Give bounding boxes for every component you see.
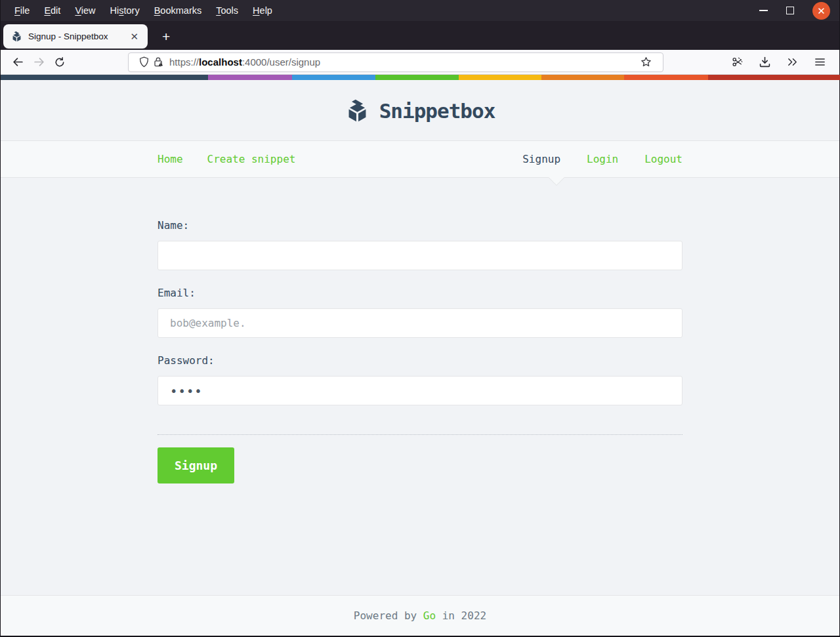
nav-login-link[interactable]: Login bbox=[587, 153, 618, 165]
password-label: Password: bbox=[158, 354, 682, 367]
menu-tools[interactable]: Tools bbox=[209, 3, 245, 18]
footer-text: Powered by Go in 2022 bbox=[354, 609, 486, 622]
url-bar[interactable]: https://localhost:4000/user/signup bbox=[128, 52, 663, 72]
theme-stripe bbox=[1, 75, 839, 80]
back-button[interactable] bbox=[7, 53, 28, 72]
hamburger-menu-icon[interactable] bbox=[809, 53, 830, 72]
name-label: Name: bbox=[158, 219, 682, 232]
password-input[interactable] bbox=[158, 376, 682, 405]
email-input[interactable] bbox=[158, 308, 682, 338]
footer-go-link[interactable]: Go bbox=[423, 609, 436, 622]
site-nav: Home Create snippet Signup Login Logout bbox=[1, 140, 839, 178]
connection-security-lock-icon[interactable] bbox=[153, 56, 164, 68]
tab-favicon-box-icon bbox=[11, 31, 22, 42]
tab-signup-snippetbox[interactable]: Signup - Snippetbox ✕ bbox=[3, 24, 148, 49]
close-window-button[interactable]: ✕ bbox=[812, 2, 830, 20]
url-text[interactable]: https://localhost:4000/user/signup bbox=[169, 56, 635, 68]
menu-file[interactable]: File bbox=[7, 3, 37, 18]
form-divider bbox=[158, 434, 682, 435]
signup-form-section: Name: Email: Password: Signup bbox=[1, 178, 839, 595]
tab-bar: Signup - Snippetbox ✕ + bbox=[1, 21, 839, 50]
downloads-icon[interactable] bbox=[754, 53, 775, 72]
new-tab-button[interactable]: + bbox=[157, 29, 175, 45]
reload-button[interactable] bbox=[49, 53, 70, 72]
signup-submit-button[interactable]: Signup bbox=[158, 447, 234, 483]
tracking-protection-shield-icon[interactable] bbox=[139, 56, 149, 68]
maximize-button[interactable] bbox=[786, 7, 794, 14]
snippetbox-logo-box-icon bbox=[345, 98, 369, 123]
nav-create-snippet-link[interactable]: Create snippet bbox=[207, 153, 296, 165]
name-input[interactable] bbox=[158, 241, 682, 270]
forward-button[interactable] bbox=[28, 53, 49, 72]
menu-history[interactable]: History bbox=[103, 3, 147, 18]
page-viewport: Snippetbox Home Create snippet Signup Lo… bbox=[1, 80, 839, 636]
window-controls: ✕ bbox=[759, 2, 839, 20]
navigation-toolbar: https://localhost:4000/user/signup bbox=[1, 50, 839, 75]
site-footer: Powered by Go in 2022 bbox=[1, 595, 839, 636]
menu-help[interactable]: Help bbox=[245, 3, 280, 18]
browser-window: File Edit View History Bookmarks Tools H… bbox=[0, 0, 840, 637]
signup-form: Name: Email: Password: Signup bbox=[158, 178, 682, 483]
toolbar-right-buttons bbox=[726, 53, 833, 72]
menu-view[interactable]: View bbox=[68, 3, 102, 18]
page-title: Snippetbox bbox=[379, 99, 495, 123]
overflow-chevrons-icon[interactable] bbox=[782, 53, 803, 72]
screenshot-tool-icon[interactable] bbox=[726, 53, 747, 72]
nav-right-links: Signup Login Logout bbox=[522, 153, 682, 165]
nav-left-links: Home Create snippet bbox=[158, 153, 295, 165]
bookmark-star-icon[interactable] bbox=[635, 53, 656, 72]
menu-edit[interactable]: Edit bbox=[37, 3, 68, 18]
active-nav-caret bbox=[549, 177, 564, 185]
nav-logout-link[interactable]: Logout bbox=[644, 153, 682, 165]
site-header: Snippetbox bbox=[1, 80, 839, 140]
email-label: Email: bbox=[158, 287, 682, 299]
tab-close-icon[interactable]: ✕ bbox=[126, 30, 142, 44]
nav-signup-link[interactable]: Signup bbox=[522, 153, 560, 165]
menu-bar: File Edit View History Bookmarks Tools H… bbox=[1, 0, 839, 21]
menu-bookmarks[interactable]: Bookmarks bbox=[147, 3, 209, 18]
minimize-button[interactable] bbox=[759, 10, 768, 11]
nav-home-link[interactable]: Home bbox=[158, 153, 183, 165]
tab-title: Signup - Snippetbox bbox=[28, 31, 126, 41]
